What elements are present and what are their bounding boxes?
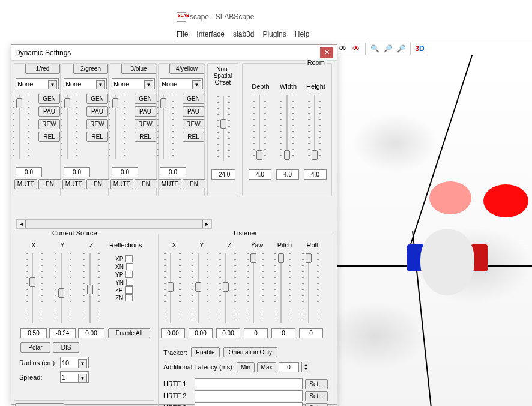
- room-depth-slider[interactable]: [256, 94, 263, 161]
- latency-stepper[interactable]: ▲▼: [301, 362, 310, 372]
- reflection-yp-checkbox[interactable]: [125, 271, 133, 278]
- source-en-button[interactable]: EN: [135, 179, 157, 189]
- source-name-button[interactable]: 4/yellow: [169, 64, 204, 74]
- source-rel-button[interactable]: REL: [86, 132, 108, 142]
- source-column-2: 2/greenNoneGENPAUREWREL0.0MUTEEN: [62, 63, 109, 196]
- source-mute-button[interactable]: MUTE: [14, 179, 37, 189]
- source-mute-button[interactable]: MUTE: [159, 179, 181, 189]
- reflections-label: Reflections: [109, 241, 142, 249]
- latency-value[interactable]: 0: [279, 362, 299, 372]
- dis-button[interactable]: DIS: [53, 342, 79, 353]
- tracker-enable-button[interactable]: Enable: [191, 347, 220, 357]
- source-gen-button[interactable]: GEN: [86, 94, 108, 104]
- source-en-button[interactable]: EN: [86, 179, 109, 189]
- cs-x-slider[interactable]: [29, 252, 40, 324]
- source-rew-button[interactable]: REW: [86, 119, 108, 129]
- source-en-button[interactable]: EN: [38, 179, 61, 189]
- reflection-xp-checkbox[interactable]: [125, 255, 133, 262]
- listener-y-value: 0.00: [189, 328, 213, 338]
- menu-slab3d[interactable]: slab3d: [233, 30, 254, 38]
- listener-y-slider[interactable]: [195, 252, 205, 324]
- close-icon[interactable]: ✕: [320, 47, 333, 58]
- hrtf-1-set-button[interactable]: Set...: [305, 379, 328, 389]
- room-height-slider[interactable]: [311, 94, 318, 161]
- latency-max-button[interactable]: Max: [257, 362, 276, 372]
- cs-y-slider[interactable]: [58, 252, 68, 324]
- source-name-button[interactable]: 2/green: [73, 64, 108, 74]
- menu-help[interactable]: Help: [295, 30, 310, 38]
- source-rew-button[interactable]: REW: [135, 119, 156, 129]
- cs-z-slider[interactable]: [86, 252, 97, 324]
- menu-interface[interactable]: Interface: [196, 30, 225, 38]
- source-gen-button[interactable]: GEN: [38, 94, 60, 104]
- source-en-button[interactable]: EN: [183, 179, 205, 189]
- listener-z-slider[interactable]: [222, 252, 233, 324]
- zoom-out-icon[interactable]: 🔎: [394, 43, 408, 55]
- source-mode-combo[interactable]: None: [160, 78, 203, 89]
- listener-roll-slider[interactable]: [305, 252, 316, 324]
- hrtf-3-set-button[interactable]: Set...: [305, 403, 328, 407]
- source-mode-combo[interactable]: None: [16, 78, 59, 89]
- source-pau-button[interactable]: PAU: [38, 106, 60, 117]
- source-level-slider[interactable]: [160, 94, 171, 160]
- search-icon[interactable]: 🔍: [368, 43, 381, 55]
- source-level-slider[interactable]: [112, 94, 122, 160]
- source-mute-button[interactable]: MUTE: [110, 179, 133, 189]
- source-pau-button[interactable]: PAU: [135, 106, 156, 117]
- hrtf-2-set-button[interactable]: Set...: [305, 391, 328, 401]
- reflection-xn-checkbox[interactable]: [126, 263, 133, 270]
- orientation-only-button[interactable]: Orientation Only: [223, 347, 277, 357]
- source-rew-button[interactable]: REW: [38, 119, 60, 129]
- eye-toggle-icon[interactable]: 👁: [336, 43, 349, 55]
- hrtf-1-field[interactable]: [195, 378, 303, 389]
- reload-script-button[interactable]: Reload Script: [15, 403, 64, 406]
- source-rel-button[interactable]: REL: [38, 132, 60, 142]
- source-pau-button[interactable]: PAU: [183, 106, 204, 117]
- reflection-zp-checkbox[interactable]: [125, 286, 133, 294]
- source-marker-1: [429, 181, 471, 214]
- source-rew-button[interactable]: REW: [183, 119, 204, 129]
- 3d-viewport[interactable]: [336, 55, 532, 406]
- listener-x-value: 0.00: [161, 328, 185, 338]
- listener-x-slider[interactable]: [167, 252, 178, 324]
- source-gen-button[interactable]: GEN: [183, 94, 204, 104]
- source-mode-combo[interactable]: None: [112, 78, 155, 89]
- reflection-zp-label: ZP: [115, 287, 123, 294]
- source-mute-button[interactable]: MUTE: [62, 179, 85, 189]
- listener-pitch-slider[interactable]: [277, 252, 288, 324]
- enable-all-button[interactable]: Enable All: [108, 328, 150, 338]
- latency-min-button[interactable]: Min: [237, 362, 255, 372]
- view-3d-icon[interactable]: 3D: [413, 43, 426, 55]
- room-height-value: 4.0: [304, 169, 327, 180]
- listener-yaw-label: Yaw: [246, 241, 268, 249]
- radius-combo[interactable]: 10: [60, 357, 89, 368]
- menu-plugins[interactable]: Plugins: [262, 30, 286, 38]
- source-name-button[interactable]: 1/red: [25, 64, 60, 74]
- source-rel-button[interactable]: REL: [183, 132, 204, 142]
- room-height-label: Height: [304, 83, 328, 90]
- non-spatial-slider[interactable]: [220, 95, 227, 162]
- source-level-slider[interactable]: [16, 94, 26, 160]
- source-rel-button[interactable]: REL: [135, 132, 156, 142]
- sources-scrollbar[interactable]: ◄ ►: [16, 219, 212, 229]
- menu-file[interactable]: File: [177, 30, 188, 38]
- source-pau-button[interactable]: PAU: [86, 106, 108, 117]
- reflection-zn-checkbox[interactable]: [125, 294, 133, 301]
- source-name-button[interactable]: 3/blue: [121, 64, 156, 74]
- zoom-in-icon[interactable]: 🔎: [381, 43, 394, 55]
- hrtf-2-field[interactable]: [195, 390, 303, 401]
- reflection-yn-checkbox[interactable]: [126, 279, 133, 286]
- room-width-slider[interactable]: [283, 94, 291, 161]
- listener-roll-label: Roll: [301, 241, 323, 249]
- listener-yaw-slider[interactable]: [250, 252, 261, 324]
- scroll-left-icon[interactable]: ◄: [17, 220, 26, 228]
- scroll-right-icon[interactable]: ►: [202, 220, 211, 228]
- spread-combo[interactable]: 1: [60, 371, 89, 383]
- source-level-slider[interactable]: [64, 94, 74, 160]
- hrtf-3-field[interactable]: [195, 402, 303, 406]
- polar-button[interactable]: Polar: [20, 342, 50, 353]
- source-mode-combo[interactable]: None: [64, 78, 107, 89]
- source-gen-button[interactable]: GEN: [135, 94, 156, 104]
- listener-yaw-value: 0: [244, 328, 268, 338]
- eye-pair-icon[interactable]: 👁: [349, 43, 363, 55]
